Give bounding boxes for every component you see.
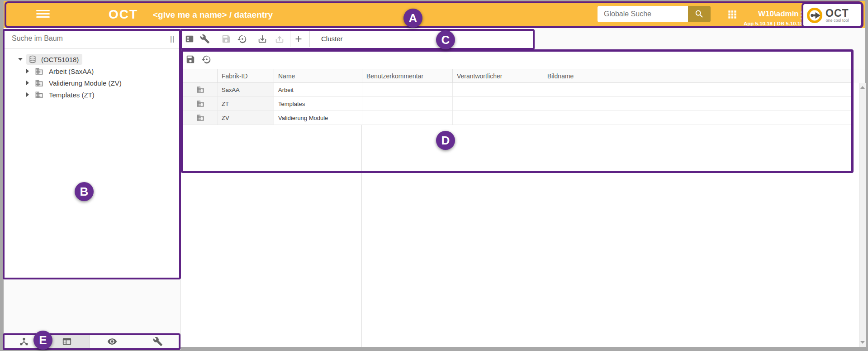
oct-logo-text: OCT bbox=[825, 8, 849, 18]
expander-right-icon[interactable] bbox=[26, 69, 29, 73]
toolbar-spacer bbox=[535, 28, 865, 50]
database-icon bbox=[28, 55, 37, 64]
wrench-icon bbox=[153, 337, 163, 346]
add-icon[interactable] bbox=[294, 34, 304, 44]
table-header-bildname[interactable]: Bildname bbox=[543, 69, 853, 82]
factory-icon bbox=[35, 79, 43, 87]
expander-down-icon[interactable] bbox=[18, 58, 23, 61]
app-window: OCT <give me a name> / dataentry W10\adm… bbox=[0, 0, 868, 351]
entity-toolbar bbox=[181, 28, 535, 50]
cell-name: Validierung Module bbox=[274, 111, 362, 125]
cell-fabrik-id: SaxAA bbox=[217, 83, 274, 96]
cell-fabrik-id: ZV bbox=[217, 111, 274, 125]
global-search bbox=[598, 6, 711, 22]
eye-icon bbox=[107, 337, 117, 346]
upload-icon[interactable] bbox=[275, 34, 285, 44]
page-breadcrumb: <give me a name> / dataentry bbox=[153, 10, 273, 20]
restore-icon[interactable] bbox=[202, 54, 212, 64]
tree-item-database[interactable]: (OCT51018) bbox=[4, 53, 180, 65]
search-icon bbox=[694, 9, 704, 19]
pane-divider bbox=[361, 125, 362, 347]
tree-item-factory[interactable]: Arbeit (SaxAA) bbox=[4, 65, 180, 77]
tab-settings[interactable] bbox=[135, 333, 180, 350]
oct-logo: OCT one cool tool bbox=[802, 2, 863, 28]
cell-verantwortlicher bbox=[452, 111, 543, 125]
cell-benutzerkommentar bbox=[362, 111, 452, 125]
hamburger-menu-icon[interactable] bbox=[36, 10, 50, 19]
brand-title: OCT bbox=[109, 7, 138, 22]
cell-bildname bbox=[543, 83, 853, 96]
cell-fabrik-id: ZT bbox=[217, 97, 274, 111]
sidebar-resize-handle[interactable]: || bbox=[170, 35, 175, 43]
tab-layout[interactable] bbox=[44, 333, 90, 350]
app-header: OCT <give me a name> / dataentry W10\adm… bbox=[4, 1, 865, 28]
global-search-button[interactable] bbox=[688, 6, 711, 22]
table-header-fabrik-id[interactable]: Fabrik-ID bbox=[217, 69, 274, 82]
cell-verantwortlicher bbox=[452, 97, 543, 111]
save-icon[interactable] bbox=[185, 54, 195, 64]
scroll-up-icon[interactable] bbox=[860, 86, 865, 89]
table-header-name[interactable]: Name bbox=[274, 69, 362, 82]
table-header-verantwortlicher[interactable]: Verantwortlicher bbox=[452, 69, 543, 82]
table-row[interactable]: ZT Templates bbox=[183, 97, 853, 111]
factory-icon bbox=[196, 100, 204, 108]
entity-label: Cluster bbox=[321, 35, 343, 43]
cell-name: Arbeit bbox=[274, 83, 362, 96]
table-header-benutzerkommentar[interactable]: Benutzerkommentar bbox=[362, 69, 452, 82]
save-icon[interactable] bbox=[221, 34, 231, 44]
restore-icon[interactable] bbox=[237, 34, 247, 44]
cell-benutzerkommentar bbox=[362, 97, 452, 111]
table-row[interactable]: SaxAA Arbeit bbox=[183, 83, 853, 97]
version-label: App 5.10.18 | DB 5.10.18 bbox=[744, 21, 803, 26]
hierarchy-icon bbox=[19, 337, 29, 346]
global-search-input[interactable] bbox=[598, 6, 688, 22]
expander-right-icon[interactable] bbox=[26, 92, 29, 97]
tree-item-factory[interactable]: Validierung Module (ZV) bbox=[4, 77, 180, 89]
apps-grid-icon[interactable] bbox=[726, 9, 738, 20]
scroll-down-icon[interactable] bbox=[860, 341, 865, 344]
tree-search-input[interactable] bbox=[11, 32, 162, 45]
current-user-label: W10\admin bbox=[758, 10, 799, 19]
tree-item-factory[interactable]: Templates (ZT) bbox=[4, 89, 180, 101]
factory-icon bbox=[35, 67, 43, 76]
table-row[interactable]: ZV Validierung Module bbox=[183, 111, 853, 125]
factory-icon bbox=[35, 91, 43, 99]
expander-right-icon[interactable] bbox=[26, 81, 29, 85]
oct-logo-icon bbox=[806, 7, 823, 24]
cell-bildname bbox=[543, 97, 853, 111]
table-header-row: Fabrik-ID Name Benutzerkommentar Verantw… bbox=[183, 69, 853, 83]
panel-toggle-icon[interactable] bbox=[185, 34, 194, 44]
factory-icon bbox=[196, 86, 204, 94]
cell-name: Templates bbox=[274, 97, 362, 111]
factory-icon bbox=[196, 114, 204, 122]
wrench-icon[interactable] bbox=[200, 34, 210, 44]
cell-verantwortlicher bbox=[452, 83, 543, 96]
layout-icon bbox=[62, 337, 72, 346]
tab-preview[interactable] bbox=[90, 333, 135, 350]
table-header-icon-col bbox=[183, 69, 217, 82]
cell-benutzerkommentar bbox=[362, 83, 452, 96]
download-icon[interactable] bbox=[257, 34, 267, 44]
oct-logo-tagline: one cool tool bbox=[826, 18, 849, 23]
vertical-scrollbar[interactable] bbox=[859, 83, 866, 347]
cell-bildname bbox=[543, 111, 853, 125]
tab-hierarchy[interactable] bbox=[4, 333, 44, 350]
navigation-tree: (OCT51018) Arbeit (SaxAA) Validierung Mo… bbox=[4, 53, 180, 101]
